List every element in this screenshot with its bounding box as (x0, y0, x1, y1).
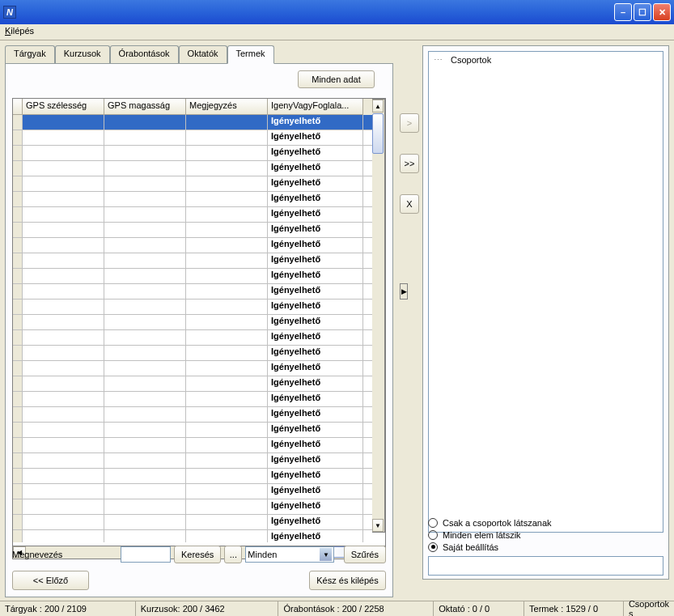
table-row[interactable]: Igényelhető (13, 284, 385, 300)
table-cell (186, 284, 268, 299)
column-header[interactable]: GPS magasság (104, 99, 186, 115)
close-button[interactable]: ✕ (653, 3, 671, 21)
table-row[interactable]: Igényelhető (13, 346, 385, 361)
move-right-button[interactable]: > (400, 113, 419, 133)
maximize-button[interactable]: ☐ (634, 3, 651, 21)
table-row[interactable]: Igényelhető (13, 207, 385, 223)
tab-órabontások[interactable]: Órabontások (110, 45, 179, 63)
table-cell (186, 330, 268, 345)
tab-kurzusok[interactable]: Kurzusok (55, 45, 110, 63)
table-cell (186, 346, 268, 360)
table-row[interactable]: Igényelhető (13, 530, 385, 542)
vertical-scrollbar[interactable]: ▲ ▼ (372, 99, 385, 533)
table-row[interactable]: Igényelhető (13, 515, 385, 530)
table-cell (186, 115, 268, 130)
table-cell (186, 453, 268, 468)
table-cell (186, 207, 268, 222)
group-tree[interactable]: ⋯ Csoportok (428, 51, 663, 533)
table-cell (104, 392, 186, 406)
table-cell (186, 146, 268, 160)
grid-body[interactable]: IgényelhetőIgényelhetőIgényelhetőIgényel… (13, 115, 385, 542)
table-cell (23, 223, 104, 237)
table-cell (104, 330, 186, 345)
table-row[interactable]: Igényelhető (13, 407, 385, 423)
table-cell: Igényelhető (268, 238, 363, 253)
filter-button[interactable]: Szűrés (344, 546, 386, 563)
table-cell (23, 161, 104, 176)
table-row[interactable]: Igényelhető (13, 115, 385, 130)
table-row[interactable]: Igényelhető (13, 484, 385, 499)
table-cell (186, 130, 268, 145)
table-cell (23, 453, 104, 468)
table-row[interactable]: Igényelhető (13, 453, 385, 469)
table-row[interactable]: Igényelhető (13, 392, 385, 407)
table-row[interactable]: Igényelhető (13, 223, 385, 238)
bottom-textbox[interactable] (428, 556, 663, 576)
table-cell (23, 469, 104, 483)
table-cell (104, 530, 186, 542)
scroll-down-button[interactable]: ▼ (372, 519, 384, 532)
table-cell (186, 192, 268, 206)
filter-input[interactable] (121, 546, 171, 563)
radio-label: Minden elem látszik (443, 530, 521, 540)
data-grid[interactable]: GPS szélességGPS magasságMegjegyzésIgeny… (12, 98, 386, 546)
column-header[interactable]: GPS szélesség (23, 99, 104, 115)
table-cell (23, 269, 104, 283)
table-row[interactable]: Igényelhető (13, 238, 385, 253)
filter-label: Megnevezés (12, 550, 117, 559)
scroll-thumb[interactable] (372, 113, 384, 154)
tree-root-node[interactable]: ⋯ Csoportok (430, 53, 661, 67)
table-row[interactable]: Igényelhető (13, 176, 385, 192)
move-all-right-button[interactable]: >> (400, 154, 419, 173)
table-cell (23, 484, 104, 499)
radio-option[interactable]: Minden elem látszik (428, 529, 663, 541)
table-cell (186, 161, 268, 176)
table-row[interactable]: Igényelhető (13, 438, 385, 453)
table-cell (104, 146, 186, 160)
radio-label: Saját beállítás (443, 542, 498, 552)
table-cell (23, 361, 104, 376)
table-row[interactable]: Igényelhető (13, 469, 385, 484)
menu-kilepes[interactable]: Kilépés (5, 26, 34, 36)
column-header[interactable]: IgenyVagyFoglala... (268, 99, 363, 115)
table-row[interactable]: Igényelhető (13, 192, 385, 207)
table-row[interactable]: Igényelhető (13, 269, 385, 284)
radio-option[interactable]: Csak a csoportok látszanak (428, 516, 663, 529)
search-button[interactable]: Keresés (174, 546, 221, 563)
tab-oktatók[interactable]: Oktatók (179, 45, 227, 63)
table-cell (104, 499, 186, 514)
table-cell (104, 238, 186, 253)
table-cell: Igényelhető (268, 330, 363, 345)
table-cell (186, 484, 268, 499)
status-kurzusok: Kurzusok: 200 / 3462 (136, 601, 279, 616)
table-row[interactable]: Igényelhető (13, 253, 385, 269)
minden-adat-button[interactable]: Minden adat (298, 70, 375, 88)
table-cell (23, 115, 104, 130)
column-header[interactable]: Megjegyzés (186, 99, 268, 115)
table-cell: Igényelhető (268, 130, 363, 145)
table-row[interactable]: Igényelhető (13, 330, 385, 346)
table-row[interactable]: Igényelhető (13, 361, 385, 376)
remove-button[interactable]: X (400, 194, 419, 214)
minimize-button[interactable]: – (614, 3, 632, 21)
table-row[interactable]: Igényelhető (13, 423, 385, 438)
tab-termek[interactable]: Termek (227, 45, 274, 64)
table-row[interactable]: Igényelhető (13, 315, 385, 330)
previous-button[interactable]: << Előző (12, 571, 89, 590)
table-row[interactable]: Igényelhető (13, 161, 385, 176)
row-header-spacer (13, 99, 23, 115)
tab-tárgyak[interactable]: Tárgyak (5, 45, 55, 63)
table-row[interactable]: Igényelhető (13, 146, 385, 161)
radio-option[interactable]: Saját beállítás (428, 541, 663, 553)
filter-type-select[interactable]: Minden ▼ (245, 546, 334, 563)
table-row[interactable]: Igényelhető (13, 130, 385, 146)
scroll-up-button[interactable]: ▲ (372, 100, 384, 113)
done-exit-button[interactable]: Kész és kilépés (309, 571, 386, 590)
browse-button[interactable]: ... (224, 546, 242, 563)
table-row[interactable]: Igényelhető (13, 300, 385, 315)
table-row[interactable]: Igényelhető (13, 499, 385, 515)
table-row[interactable]: Igényelhető (13, 376, 385, 392)
select-value: Minden (248, 550, 277, 559)
table-cell: Igényelhető (268, 499, 363, 514)
table-cell (104, 300, 186, 314)
